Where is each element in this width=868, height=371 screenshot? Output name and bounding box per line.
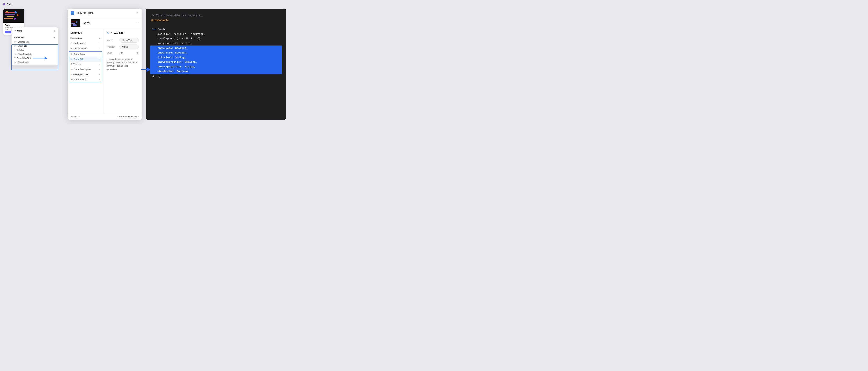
relay-param-show-image[interactable]: 👁 Show Image → [69,52,102,57]
properties-section-label: Properties [14,36,24,39]
eye-icon: 👁 [14,61,16,63]
property-item-show-title[interactable]: 👁 Show Title [11,44,58,48]
arrow-icon: → [99,47,100,49]
properties-title-row: ✦ Card [14,30,22,32]
relay-param-show-title[interactable]: 👁 Show Title → [69,57,102,62]
eye-icon-detail: 👁 [106,32,109,35]
field-label-layer: Layer [106,52,118,54]
share-icon: ⇄ [116,115,118,118]
prop-label: Show Image [18,41,29,43]
code-highlight-block: showImage: Boolean, showTitle: Boolean, … [150,45,282,74]
sort-icon: ↕ [54,29,56,32]
param-label: Show Button [74,78,86,81]
relay-param-title-text[interactable]: T Title text → [69,62,102,67]
code-line-showbutton: showButton: Boolean, [151,69,281,74]
relay-param-show-description[interactable]: 👁 Show Description → [69,67,102,72]
relay-panel: </> Relay for Figma ✕ Card ⋯ [68,9,142,120]
relay-title: Relay for Figma [76,11,93,14]
param-label: image-content [73,47,87,49]
properties-header: ✦ Card ↕ [11,27,58,34]
relay-footer: No errors ⇄ Share with developer [68,113,142,120]
text-icon: T [14,57,16,59]
arrow-icon-blue: → [98,58,100,60]
relay-field-property: Property visible [106,44,139,49]
relay-no-errors: No errors [71,115,80,118]
add-property-button[interactable]: + [54,36,55,39]
relay-param-description-text[interactable]: T Description Text → [69,72,102,77]
relay-summary-label: Summary [68,29,103,36]
app-title: Card [7,3,12,6]
text-icon: T [71,73,72,75]
code-line-fun: fun Card( [151,23,281,32]
relay-header: </> Relay for Figma ✕ [68,9,142,18]
figma-card-title: Figma [5,24,23,26]
big-blue-arrow [141,67,152,73]
eye-icon: 👁 [71,53,73,55]
param-label: Description Text [73,73,89,75]
diamond-icon [3,3,5,6]
relay-component-name: Card [83,21,133,25]
relay-add-param-button[interactable]: + [99,36,100,40]
relay-body: Summary Parameters + ⬡ card-tapped → ▣ [68,29,142,113]
prop-label: Show Title [18,45,27,47]
field-value-layer: Title [119,52,135,54]
property-item-show-image[interactable]: 👁 Show Image [11,40,58,44]
code-line-annotation: @Composable [151,18,281,23]
relay-params-label: Parameters [70,37,82,39]
relay-logo: </> [71,11,74,15]
code-line-modifier: modifier: Modifier = Modifier, [151,32,281,36]
relay-header-left: </> Relay for Figma [71,11,93,15]
relay-param-card-tapped[interactable]: ⬡ card-tapped → [68,41,103,46]
arrow-icon: → [98,53,100,55]
field-value-property[interactable]: visible [119,44,139,49]
param-label: Show Image [74,53,86,55]
eye-icon: 👁 [14,53,16,55]
property-item-show-description[interactable]: 👁 Show Description [11,52,58,56]
relay-param-show-button[interactable]: 👁 Show Button → [69,77,102,82]
code-line-titletext: titleText: String, [151,55,281,60]
four-dots-icon: ✦ [14,30,16,32]
arrow-icon: → [98,63,100,65]
eye-icon-blue: 👁 [71,58,73,60]
tap-icon: ⬡ [70,42,72,44]
target-icon[interactable]: ⊕ [136,51,139,54]
arrow-icon: → [98,68,100,70]
code-line-showimage: showImage: Boolean, [151,46,281,50]
relay-description: This is a Figma component property. It w… [106,58,139,71]
prop-label: Show Description [18,53,33,55]
text-icon: T [14,49,16,51]
eye-icon: 👁 [14,45,16,47]
image-icon: ▣ [70,47,72,49]
relay-field-name: Name Show Title [106,38,139,42]
relay-share-button[interactable]: ⇄ Share with developer [116,115,139,118]
share-label: Share with developer [119,115,139,118]
relay-param-image-content[interactable]: ▣ image-content → [68,46,103,51]
relay-detail-col: 👁 Show Title Name Show Title Property vi… [103,29,142,113]
property-item-show-button[interactable]: 👁 Show Button [11,60,58,65]
field-label-name: Name [106,39,118,41]
code-line-cardtapped: cardTapped: () -> Unit = {}, [151,36,281,41]
relay-panel-wrapper: </> Relay for Figma ✕ Card ⋯ [68,9,142,120]
code-line-close: ){...} [151,74,281,79]
arrow-icon: → [99,42,100,44]
prop-label: Description Text [17,57,31,59]
code-line-descriptiontext: descriptionText: String, [151,64,281,69]
left-section: Figma A collaborative tool to design and… [3,9,64,120]
arrow-icon: → [98,78,100,80]
relay-selection-box: 👁 Show Image → 👁 Show Title → T [69,51,102,82]
eye-icon: 👁 [71,78,73,81]
param-label: Title text [73,63,81,65]
text-icon: T [71,63,72,65]
eye-icon: 👁 [14,41,16,43]
code-line-imagecontent: imageContent: Painter, [151,41,281,46]
code-line-comment: // This composable was generated.. [151,13,281,18]
field-value-name[interactable]: Show Title [119,38,139,42]
relay-more-dots[interactable]: ⋯ [135,21,139,25]
eye-icon: 👁 [71,68,73,70]
properties-section-header: Properties + [11,34,58,40]
relay-close-button[interactable]: ✕ [136,11,139,15]
code-panel: // This composable was generated.. @Comp… [146,9,286,120]
param-label: card-tapped [73,42,85,44]
property-item-title-text[interactable]: T Title text [11,48,58,52]
field-label-property: Property [106,46,118,48]
